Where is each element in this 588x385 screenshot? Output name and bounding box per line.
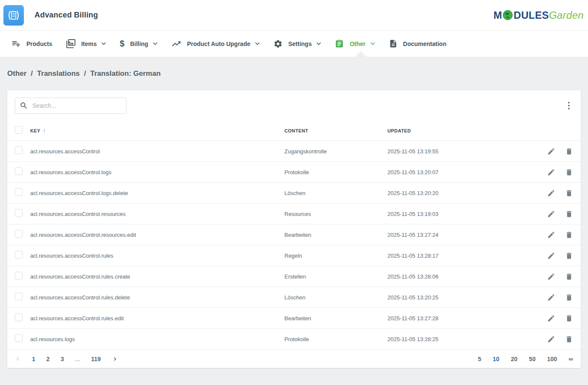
pencil-icon — [547, 189, 555, 197]
pagination-left: 123...119 — [15, 356, 118, 362]
edit-button[interactable] — [547, 168, 555, 176]
chevron-down-icon — [316, 42, 321, 45]
pagination-page-1[interactable]: 1 — [32, 356, 35, 362]
delete-button[interactable] — [565, 210, 573, 218]
nav-item-billing[interactable]: $ Billing — [113, 31, 164, 57]
active-tab-caret — [355, 52, 366, 57]
row-checkbox[interactable] — [15, 147, 23, 154]
column-header-updated[interactable]: UPDATED — [387, 128, 532, 133]
content-area: Other / Translations / Translation: Germ… — [0, 57, 588, 368]
page-size-5[interactable]: 5 — [478, 356, 481, 362]
nav-item-label: Other — [350, 40, 365, 47]
table-row: acl.resources.accessControl.resources.ed… — [7, 224, 581, 245]
search-input[interactable] — [32, 102, 122, 109]
edit-button[interactable] — [547, 335, 555, 343]
row-content: Zugangskontrolle — [284, 148, 387, 155]
edit-button[interactable] — [547, 293, 555, 302]
nav-item-product-auto-upgrade[interactable]: Product Auto Upgrade — [164, 31, 267, 57]
table-body: acl.resources.accessControl Zugangskontr… — [7, 141, 581, 350]
row-checkbox[interactable] — [15, 251, 23, 259]
column-header-content[interactable]: CONTENT — [284, 128, 387, 133]
delete-button[interactable] — [565, 314, 573, 322]
sort-asc-icon: ↑ — [43, 127, 46, 134]
pagination-sizes: 5102050100∞ — [478, 355, 573, 362]
delete-button[interactable] — [565, 147, 573, 155]
delete-button[interactable] — [565, 293, 573, 302]
row-updated: 2025-11-05 13:20:25 — [387, 294, 532, 301]
search-box — [15, 98, 126, 114]
column-header-key[interactable]: KEY ↑ — [30, 127, 284, 134]
pagination-page-119[interactable]: 119 — [91, 356, 101, 362]
row-checkbox[interactable] — [15, 334, 23, 342]
breadcrumb-translations[interactable]: Translations — [37, 69, 80, 78]
page-size-50[interactable]: 50 — [529, 356, 536, 362]
pagination-page-3[interactable]: 3 — [61, 356, 64, 362]
dollar-icon: $ — [120, 39, 124, 49]
table-row: acl.resources.accessControl.rules Regeln… — [7, 245, 581, 266]
row-checkbox[interactable] — [15, 313, 23, 321]
delete-button[interactable] — [565, 231, 573, 239]
pagination-page-2[interactable]: 2 — [46, 356, 50, 362]
row-content: Löschen — [284, 190, 387, 196]
page-size-20[interactable]: 20 — [511, 356, 518, 362]
row-key: acl.resources.accessControl.rules.create — [30, 273, 284, 280]
trash-icon — [565, 293, 573, 302]
delete-button[interactable] — [565, 252, 573, 260]
nav-item-products[interactable]: Products — [4, 31, 59, 57]
chevron-down-icon — [255, 42, 260, 45]
brand-suffix: Garden — [549, 9, 584, 21]
pagination-prev-button[interactable] — [15, 356, 21, 362]
translations-card: KEY ↑ CONTENT UPDATED acl.resources.acce… — [7, 90, 581, 368]
globe-icon — [502, 10, 513, 20]
row-key: acl.resources.accessControl.logs — [30, 169, 284, 175]
nav-item-documentation[interactable]: Documentation — [382, 31, 453, 57]
row-checkbox[interactable] — [15, 188, 23, 196]
brand-prefix: M — [493, 9, 502, 21]
page-size-infinity[interactable]: ∞ — [568, 355, 573, 362]
nav-item-items[interactable]: Items — [59, 31, 113, 57]
row-checkbox[interactable] — [15, 272, 23, 279]
breadcrumb-separator: / — [31, 69, 33, 78]
edit-button[interactable] — [547, 231, 555, 239]
nav-item-settings[interactable]: Settings — [267, 31, 328, 57]
pagination-pages: 123...119 — [32, 356, 101, 362]
search-icon — [20, 101, 28, 110]
edit-button[interactable] — [547, 189, 555, 197]
row-checkbox[interactable] — [15, 167, 23, 175]
pagination-next-button[interactable] — [112, 356, 118, 362]
trash-icon — [565, 147, 573, 155]
chevron-down-icon — [370, 42, 375, 45]
pencil-icon — [547, 231, 555, 239]
main-nav: Products Items $ Billing Product Auto Up… — [0, 31, 588, 57]
delete-button[interactable] — [565, 335, 573, 343]
edit-button[interactable] — [547, 252, 555, 260]
edit-button[interactable] — [547, 210, 555, 218]
pagination-bar: 123...119 5102050100∞ — [7, 350, 581, 368]
select-all-checkbox[interactable] — [15, 126, 23, 134]
nav-item-label: Items — [81, 40, 97, 47]
chevron-down-icon — [101, 42, 106, 45]
row-checkbox[interactable] — [15, 209, 23, 217]
edit-button[interactable] — [547, 147, 555, 155]
row-checkbox[interactable] — [15, 230, 23, 238]
row-key: acl.resources.logs — [30, 336, 284, 342]
trending-up-icon — [171, 39, 181, 49]
delete-button[interactable] — [565, 189, 573, 197]
delete-button[interactable] — [565, 273, 573, 281]
row-updated: 2025-11-05 13:28:17 — [387, 253, 532, 259]
pencil-icon — [547, 314, 555, 322]
kebab-menu-button[interactable] — [565, 99, 573, 112]
breadcrumb-other[interactable]: Other — [7, 69, 26, 78]
edit-button[interactable] — [547, 314, 555, 322]
row-key: acl.resources.accessControl.resources.ed… — [30, 232, 284, 238]
pencil-icon — [547, 273, 555, 281]
delete-button[interactable] — [565, 168, 573, 176]
page-size-10[interactable]: 10 — [493, 356, 499, 362]
pencil-icon — [547, 168, 555, 176]
breadcrumb: Other / Translations / Translation: Germ… — [7, 69, 581, 78]
edit-button[interactable] — [547, 273, 555, 281]
row-checkbox[interactable] — [15, 293, 23, 300]
table-row: acl.resources.accessControl.logs Protoko… — [7, 162, 581, 183]
row-key: acl.resources.accessControl.rules.edit — [30, 315, 284, 322]
page-size-100[interactable]: 100 — [547, 356, 557, 362]
